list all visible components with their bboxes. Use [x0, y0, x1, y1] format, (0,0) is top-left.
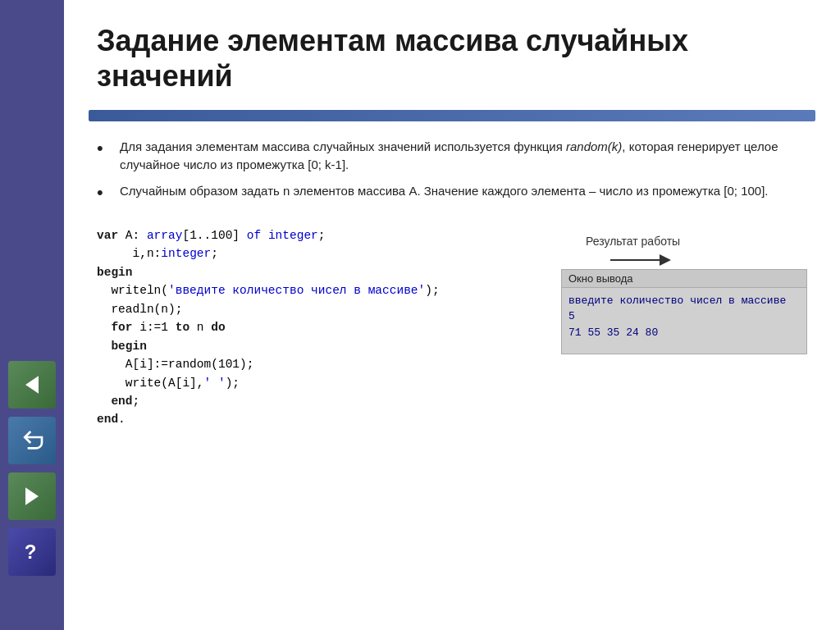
help-button[interactable]: ? [8, 528, 56, 576]
sidebar: ? [0, 0, 64, 630]
prev-button[interactable] [8, 361, 56, 409]
next-button[interactable] [8, 472, 56, 520]
question-icon: ? [19, 539, 45, 565]
output-line-3: 71 55 35 24 80 [568, 325, 800, 341]
slide-title: Задание элементам массива случайных знач… [97, 23, 807, 94]
code-block: var A: array[1..100] of integer; i,n:int… [97, 226, 545, 429]
main-content: Задание элементам массива случайных знач… [64, 0, 840, 630]
code-line-8: A[i]:=random(101); [97, 355, 545, 373]
bullets-section: • Для задания элементам массива случайны… [64, 121, 840, 221]
output-line-2: 5 [568, 308, 800, 325]
bullet-2: • Случайным образом задать n элементов м… [97, 182, 807, 206]
code-line-5: readln(n); [97, 300, 545, 318]
return-button[interactable] [8, 417, 56, 464]
arrow-left-icon [19, 372, 45, 398]
bullet-text-2: Случайным образом задать n элементов мас… [120, 182, 769, 200]
code-line-10: end; [97, 392, 545, 410]
result-label: Результат работы [586, 235, 680, 248]
code-line-11: end. [97, 410, 545, 428]
svg-marker-0 [25, 376, 39, 393]
output-window: Окно вывода введите количество чисел в м… [561, 269, 807, 354]
return-icon [19, 427, 45, 454]
code-line-7: begin [97, 337, 545, 355]
code-line-1: var A: array[1..100] of integer; [97, 226, 545, 244]
svg-marker-1 [25, 487, 39, 504]
code-line-4: writeln('введите количество чисел в масс… [97, 281, 545, 299]
code-output-area: var A: array[1..100] of integer; i,n:int… [97, 226, 815, 429]
output-window-body: введите количество чисел в массиве 5 71 … [562, 288, 806, 354]
output-window-title: Окно вывода [562, 270, 806, 288]
title-area: Задание элементам массива случайных знач… [64, 0, 840, 110]
arrow-right-icon [19, 483, 45, 509]
bullet-1: • Для задания элементам массива случайны… [97, 138, 807, 174]
code-line-3: begin [97, 263, 545, 281]
code-line-6: for i:=1 to n do [97, 318, 545, 336]
code-line-9: write(A[i],' '); [97, 374, 545, 392]
bullet-dot-2: • [97, 180, 113, 206]
output-line-1: введите количество чисел в массиве [568, 293, 800, 309]
output-panel: Результат работы Окно вывода введите кол… [561, 226, 815, 429]
svg-text:?: ? [25, 541, 37, 563]
divider-bar [89, 110, 815, 121]
code-line-2: i,n:integer; [97, 244, 545, 262]
bullet-dot-1: • [97, 135, 113, 162]
bullet-text-1: Для задания элементам массива случайных … [120, 138, 807, 174]
slide: ? Задание элементам массива случайных зн… [0, 0, 840, 630]
